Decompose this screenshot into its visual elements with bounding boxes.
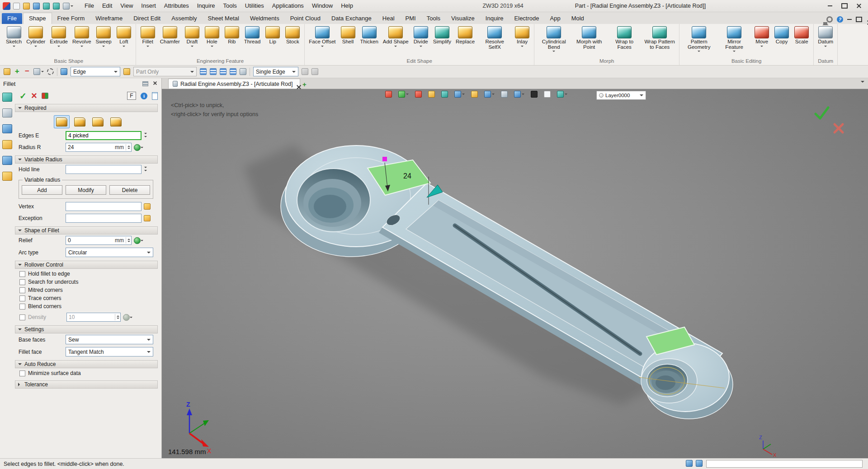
ribbon-tab[interactable]: File [2, 13, 22, 24]
maximize-window-icon[interactable] [838, 2, 851, 10]
quick-access-customize-icon[interactable] [63, 3, 73, 9]
ribbon-button-hole[interactable]: Hole [203, 25, 222, 48]
redo-icon[interactable] [53, 3, 60, 9]
add-button[interactable]: Add [22, 185, 62, 195]
ribbon-button-sketch[interactable]: Sketch [4, 25, 24, 48]
ribbon-button-mirror-feature[interactable]: Mirror Feature [717, 25, 751, 53]
status-input[interactable] [706, 460, 863, 468]
radius-expression-icon[interactable] [134, 144, 141, 151]
background-dark-icon[interactable] [531, 91, 538, 98]
ribbon-button-add-shape[interactable]: Add Shape [381, 25, 410, 48]
relief-expression-icon[interactable] [134, 237, 141, 244]
fillet-face-select[interactable]: Tangent Match [66, 347, 153, 356]
display-toggle-icon[interactable] [696, 460, 703, 468]
minimize-surface-data-checkbox[interactable]: Minimize surface data [19, 370, 158, 376]
ribbon-button-lip[interactable]: Lip [263, 25, 282, 45]
help-icon[interactable] [837, 16, 843, 23]
assembly-manager-icon[interactable] [2, 124, 12, 133]
fillet-type-curvature-icon[interactable] [90, 115, 106, 128]
new-tab-button[interactable] [300, 80, 309, 89]
ribbon-button-replace[interactable]: Replace [454, 25, 476, 45]
ribbon-button-extrude[interactable]: Extrude [48, 25, 70, 48]
snap-options-icon[interactable] [514, 91, 524, 98]
section-header-variable-radius[interactable]: Variable Radius [15, 155, 158, 164]
exit-pick-flag-icon[interactable] [385, 91, 392, 98]
ribbon-button-wrap-to-faces[interactable]: Wrap to Faces [607, 25, 642, 50]
ribbon-button-morph-with-point[interactable]: Morph with Point [572, 25, 606, 50]
close-window-icon[interactable] [853, 2, 865, 10]
shaded-mode-icon[interactable] [441, 91, 448, 98]
arc-type-select[interactable]: Circular [66, 248, 153, 257]
rollover-option-checkbox[interactable]: Hold fillet to edge [19, 271, 158, 277]
menu-item[interactable]: File [80, 0, 98, 12]
viewport[interactable]: 24 Z [162, 89, 868, 458]
relief-input[interactable]: 0 mm [66, 236, 132, 245]
ribbon-button-resolve-selfx[interactable]: Resolve SelfX [477, 25, 512, 50]
model-3d-view[interactable]: 24 Z [162, 89, 868, 458]
ribbon-tab[interactable]: Mold [566, 13, 590, 24]
section-header-tolerance[interactable]: Tolerance [15, 380, 158, 389]
eraser-icon[interactable] [415, 91, 422, 98]
pick-chain-icon[interactable] [302, 68, 308, 75]
pick-last-icon[interactable] [200, 68, 207, 75]
keypoint-icon[interactable] [428, 91, 435, 98]
info-button[interactable] [141, 93, 147, 99]
menu-item[interactable]: Attributes [160, 0, 193, 12]
ribbon-tab[interactable]: Point Cloud [285, 13, 326, 24]
rollover-option-checkbox[interactable]: Trace corners [19, 295, 158, 301]
ribbon-tab[interactable]: Electrode [509, 13, 545, 24]
ribbon-button-thread[interactable]: Thread [242, 25, 262, 45]
fillet-type-conic-icon[interactable] [72, 115, 88, 128]
ribbon-button-stock[interactable]: Stock [283, 25, 302, 45]
panel-toggle-icon[interactable] [686, 460, 693, 468]
ribbon-tab[interactable]: Data Exchange [326, 13, 377, 24]
confirm-check-button[interactable] [816, 108, 828, 118]
zoom-options-icon[interactable] [484, 91, 495, 98]
ribbon-button-inlay[interactable]: Inlay [513, 25, 532, 48]
history-manager-icon[interactable] [2, 108, 12, 117]
radius-spinner[interactable] [126, 144, 130, 150]
minimize-window-icon[interactable] [824, 2, 836, 10]
exception-input[interactable] [66, 214, 142, 223]
panel-options-icon[interactable] [142, 81, 148, 86]
display-mode-icon[interactable] [454, 91, 465, 98]
density-input[interactable]: 10 [66, 313, 121, 322]
big-end-bore[interactable] [297, 169, 370, 232]
hold-line-input[interactable] [66, 165, 142, 174]
ribbon-button-fillet[interactable]: Fillet [138, 25, 157, 48]
pick-mode-combo[interactable]: Single Edge [253, 67, 298, 76]
ribbon-tab[interactable]: Weldments [245, 13, 285, 24]
view-manager-icon[interactable] [2, 156, 12, 165]
ribbon-tab[interactable]: Wireframe [90, 13, 128, 24]
menu-item[interactable]: Edit [98, 0, 116, 12]
density-checkbox[interactable] [19, 314, 25, 320]
radius-input[interactable]: 24 mm [66, 143, 132, 152]
ribbon-tab[interactable]: Direct Edit [128, 13, 166, 24]
collapse-panel-icon[interactable] [152, 92, 158, 100]
vertex-input[interactable] [66, 202, 142, 211]
ribbon-button-divide[interactable]: Divide [411, 25, 430, 48]
menu-item[interactable]: Tools [219, 0, 241, 12]
view-orient-icon[interactable] [557, 91, 567, 98]
ribbon-button-scale[interactable]: Scale [792, 25, 811, 45]
ribbon-tab[interactable]: Tools [421, 13, 446, 24]
pick-list-icon[interactable] [33, 68, 44, 75]
edges-expand-button[interactable] [144, 132, 147, 139]
menu-item[interactable]: Inquire [193, 0, 219, 12]
ribbon-button-draft[interactable]: Draft [183, 25, 202, 48]
f-toggle-button[interactable]: F [127, 92, 136, 100]
ribbon-button-thicken[interactable]: Thicken [359, 25, 380, 45]
menu-item[interactable]: View [116, 0, 137, 12]
ribbon-button-loft[interactable]: Loft [114, 25, 133, 48]
scope-filter-combo[interactable]: Part Only [133, 67, 197, 76]
entity-filter-combo[interactable]: Edge [71, 67, 120, 76]
ribbon-button-pattern-geometry[interactable]: Pattern Geometry [682, 25, 716, 53]
ribbon-tab[interactable]: PMI [400, 13, 421, 24]
density-spinner[interactable] [115, 314, 119, 320]
background-light-icon[interactable] [544, 91, 551, 98]
ribbon-tab[interactable]: Shape [23, 13, 52, 24]
ribbon-button-move[interactable]: Move [752, 25, 771, 48]
undo-icon[interactable] [43, 3, 50, 9]
ribbon-button-shell[interactable]: Shell [339, 25, 358, 45]
wireframe-mode-icon[interactable] [471, 91, 478, 98]
